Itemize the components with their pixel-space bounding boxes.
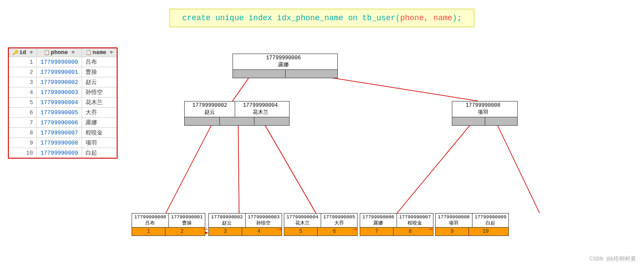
database-table: 🔑id ÷ 📋phone ÷ 📋name ÷ 1 17799990000 吕布2… [8,47,118,159]
cell-id: 6 [8,108,37,118]
sql-suffix: ); [452,14,462,22]
mid-left-name-2: 花木兰 [238,109,283,116]
sql-highlight: phone, name [400,14,452,22]
cell-name: 孙悟空 [82,87,117,98]
svg-line-6 [497,124,540,213]
cell-phone: 17799990007 [37,128,82,138]
table-row: 1 17799990000 吕布 [8,57,117,67]
cell-name: 花木兰 [82,98,117,108]
table-row: 2 17799990001 曹操 [8,67,117,77]
cell-id: 1 [8,57,37,67]
leaf-arrow-3-4: → [353,225,357,233]
leaf-node-2: 17799990002 赵云 17799990003 孙悟空 3 4 [208,213,282,236]
table-row: 9 17799990008 项羽 [8,138,117,148]
mid-right-name: 项羽 [455,109,511,116]
cell-phone: 17799990002 [37,77,82,87]
sql-box: create unique index idx_phone_name on tb… [169,9,474,27]
btree-container: 17799990006 露娜 17799990002 赵云 1779999000… [132,44,632,264]
mid-left-phone-2: 17799990004 [238,102,283,109]
cell-id: 5 [8,98,37,108]
mid-right-phone: 17799990008 [455,102,511,109]
cell-phone: 17799990003 [37,87,82,98]
root-phone: 17799990006 [236,55,331,61]
leaf-arrow-4-5: → [428,225,433,233]
mid-left-node: 17799990002 赵云 17799990004 花木兰 [184,101,290,126]
mid-left-name-1: 赵云 [187,109,232,116]
svg-line-5 [397,124,471,213]
col-name-header: 📋name ÷ [82,48,117,57]
svg-line-0 [233,76,250,101]
cell-phone: 17799990004 [37,98,82,108]
cell-phone: 17799990001 [37,67,82,77]
cell-name: 白起 [82,148,117,159]
col-phone-header: 📋phone ÷ [37,48,82,57]
cell-id: 10 [8,148,37,159]
leaf-node-4: 17799990006 露娜 17799990007 程咬金 7 8 [360,213,433,236]
cell-name: 露娜 [82,118,117,128]
cell-name: 曹操 [82,67,117,77]
leaf-arrow-2-3: → [277,225,282,233]
cell-name: 吕布 [82,57,117,67]
col-id-header: 🔑id ÷ [8,48,37,57]
root-node: 17799990006 露娜 [233,54,338,78]
cell-name: 程咬金 [82,128,117,138]
cell-id: 4 [8,87,37,98]
cell-id: 8 [8,128,37,138]
svg-line-3 [238,124,239,213]
watermark: CSDN @&梧桐树夏 [589,255,636,263]
table-row: 10 17799990009 白起 [8,148,117,159]
table-row: 3 17799990002 赵云 [8,77,117,87]
cell-name: 项羽 [82,138,117,148]
leaf-node-1: 17799990000 吕布 17799990001 曹操 1 2 [132,213,205,236]
mid-left-phone-1: 17799990002 [187,102,232,109]
cell-id: 2 [8,67,37,77]
leaf-arrow-1-2: → [203,225,208,233]
leaf-node-3: 17799990004 花木兰 17799990005 大乔 5 6 [284,213,358,236]
cell-name: 大乔 [82,108,117,118]
sql-prefix: create unique index idx_phone_name on tb… [182,14,400,22]
table-row: 5 17799990004 花木兰 [8,98,117,108]
cell-name: 赵云 [82,77,117,87]
cell-id: 3 [8,77,37,87]
cell-phone: 17799990009 [37,148,82,159]
svg-line-2 [166,124,212,213]
table-row: 7 17799990006 露娜 [8,118,117,128]
table-row: 6 17799990005 大乔 [8,108,117,118]
leaf-node-5: 17799990008 项羽 17799990009 白起 9 10 [435,213,509,236]
table-row: 8 17799990007 程咬金 [8,128,117,138]
cell-phone: 17799990000 [37,57,82,67]
cell-phone: 17799990008 [37,138,82,148]
cell-phone: 17799990005 [37,108,82,118]
root-name: 露娜 [236,61,331,69]
cell-phone: 17799990006 [37,118,82,128]
svg-line-4 [265,124,316,213]
cell-id: 7 [8,118,37,128]
cell-id: 9 [8,138,37,148]
svg-line-1 [320,76,478,101]
table-row: 4 17799990003 孙悟空 [8,87,117,98]
mid-right-node: 17799990008 项羽 [452,101,518,126]
